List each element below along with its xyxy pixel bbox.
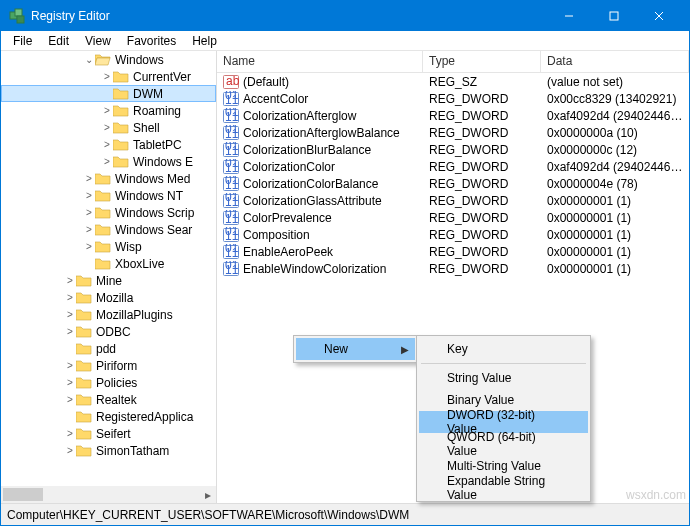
context-menu-item[interactable]: Key [419, 338, 588, 360]
tree-expander-icon[interactable]: > [64, 394, 76, 405]
tree-expander-icon[interactable]: > [83, 190, 95, 201]
tree-expander-icon[interactable]: > [83, 224, 95, 235]
tree-node[interactable]: >Windows E [1, 153, 216, 170]
tree-node[interactable]: >MozillaPlugins [1, 306, 216, 323]
value-name: ColorizationColorBalance [243, 177, 378, 191]
value-row[interactable]: ColorizationAfterglowBalanceREG_DWORD0x0… [217, 124, 689, 141]
tree-node[interactable]: >Shell [1, 119, 216, 136]
tree-expander-icon[interactable]: > [64, 360, 76, 371]
tree-expander-icon[interactable]: > [64, 275, 76, 286]
tree-expander-icon[interactable]: > [64, 326, 76, 337]
close-button[interactable] [636, 1, 681, 31]
scrollbar-thumb[interactable] [3, 488, 43, 501]
tree-node[interactable]: >Piriform [1, 357, 216, 374]
tree-expander-icon[interactable]: > [101, 105, 113, 116]
value-data: 0x0000000a (10) [541, 126, 689, 140]
value-name: EnableWindowColorization [243, 262, 386, 276]
tree-node[interactable]: >TabletPC [1, 136, 216, 153]
value-name: Composition [243, 228, 310, 242]
context-menu-item[interactable]: String Value [419, 367, 588, 389]
column-header-type[interactable]: Type [423, 51, 541, 72]
tree-expander-icon[interactable]: ⌄ [83, 54, 95, 65]
value-row[interactable]: ColorizationColorBalanceREG_DWORD0x00000… [217, 175, 689, 192]
tree-node[interactable]: >pdd [1, 340, 216, 357]
tree-expander-icon[interactable]: > [64, 377, 76, 388]
value-row[interactable]: CompositionREG_DWORD0x00000001 (1) [217, 226, 689, 243]
maximize-button[interactable] [591, 1, 636, 31]
registry-editor-window: Registry Editor File Edit View Favorites… [0, 0, 690, 526]
value-row[interactable]: (Default)REG_SZ(value not set) [217, 73, 689, 90]
value-name: ColorizationAfterglow [243, 109, 356, 123]
tree-expander-icon[interactable]: > [101, 71, 113, 82]
folder-icon [76, 325, 92, 338]
value-row[interactable]: AccentColorREG_DWORD0x00cc8329 (13402921… [217, 90, 689, 107]
tree-node[interactable]: >RegisteredApplica [1, 408, 216, 425]
value-row[interactable]: ColorizationAfterglowREG_DWORD0xaf4092d4… [217, 107, 689, 124]
tree-node[interactable]: >DWM [1, 85, 216, 102]
value-name: ColorizationBlurBalance [243, 143, 371, 157]
tree-node-label: Windows NT [115, 189, 183, 203]
tree-node[interactable]: >Windows Scrip [1, 204, 216, 221]
value-data: 0x0000004e (78) [541, 177, 689, 191]
tree-expander-icon[interactable]: > [83, 241, 95, 252]
column-header-data[interactable]: Data [541, 51, 689, 72]
menu-edit[interactable]: Edit [40, 32, 77, 50]
tree-node[interactable]: >SimonTatham [1, 442, 216, 459]
context-menu-item-new[interactable]: New ▶ [296, 338, 415, 360]
tree-node[interactable]: >CurrentVer [1, 68, 216, 85]
folder-icon [76, 342, 92, 355]
value-row[interactable]: EnableWindowColorizationREG_DWORD0x00000… [217, 260, 689, 277]
minimize-button[interactable] [546, 1, 591, 31]
tree-node-label: Windows Scrip [115, 206, 194, 220]
value-row[interactable]: ColorizationGlassAttributeREG_DWORD0x000… [217, 192, 689, 209]
tree-expander-icon[interactable]: > [101, 122, 113, 133]
tree-node[interactable]: >ODBC [1, 323, 216, 340]
value-data: 0x0000000c (12) [541, 143, 689, 157]
tree-node[interactable]: >Policies [1, 374, 216, 391]
context-menu: New ▶ [293, 335, 418, 363]
folder-icon [113, 104, 129, 117]
column-header-name[interactable]: Name [217, 51, 423, 72]
tree-node-windows[interactable]: ⌄Windows [1, 51, 216, 68]
binary-value-icon [223, 142, 239, 158]
binary-value-icon [223, 244, 239, 260]
menu-favorites[interactable]: Favorites [119, 32, 184, 50]
tree-scroll-area[interactable]: ⌄Windows>CurrentVer>DWM>Roaming>Shell>Ta… [1, 51, 216, 486]
tree-expander-icon[interactable]: > [64, 292, 76, 303]
scroll-right-arrow-icon[interactable]: ▸ [199, 486, 216, 503]
tree-node[interactable]: >Windows NT [1, 187, 216, 204]
menu-view[interactable]: View [77, 32, 119, 50]
value-row[interactable]: ColorizationBlurBalanceREG_DWORD0x000000… [217, 141, 689, 158]
tree-node-label: Seifert [96, 427, 131, 441]
tree-node[interactable]: >Seifert [1, 425, 216, 442]
binary-value-icon [223, 91, 239, 107]
value-row[interactable]: EnableAeroPeekREG_DWORD0x00000001 (1) [217, 243, 689, 260]
tree-expander-icon[interactable]: > [64, 445, 76, 456]
binary-value-icon [223, 125, 239, 141]
context-menu-item[interactable]: Expandable String Value [419, 477, 588, 499]
menu-file[interactable]: File [5, 32, 40, 50]
menu-help[interactable]: Help [184, 32, 225, 50]
tree-horizontal-scrollbar[interactable]: ◂ ▸ [1, 486, 216, 503]
tree-node[interactable]: >Windows Med [1, 170, 216, 187]
titlebar[interactable]: Registry Editor [1, 1, 689, 31]
tree-node[interactable]: >Roaming [1, 102, 216, 119]
tree-node[interactable]: >Realtek [1, 391, 216, 408]
tree-expander-icon[interactable]: > [83, 207, 95, 218]
tree-node-label: MozillaPlugins [96, 308, 173, 322]
tree-node[interactable]: >Mozilla [1, 289, 216, 306]
tree-node[interactable]: >Wisp [1, 238, 216, 255]
tree-node[interactable]: >XboxLive [1, 255, 216, 272]
context-menu-item[interactable]: QWORD (64-bit) Value [419, 433, 588, 455]
value-row[interactable]: ColorPrevalenceREG_DWORD0x00000001 (1) [217, 209, 689, 226]
tree-expander-icon[interactable]: > [64, 309, 76, 320]
tree-node[interactable]: >Windows Sear [1, 221, 216, 238]
tree-expander-icon[interactable]: > [83, 173, 95, 184]
tree-expander-icon[interactable]: > [101, 139, 113, 150]
tree-node[interactable]: >Mine [1, 272, 216, 289]
value-row[interactable]: ColorizationColorREG_DWORD0xaf4092d4 (29… [217, 158, 689, 175]
tree-expander-icon[interactable]: > [64, 428, 76, 439]
value-data: 0x00000001 (1) [541, 228, 689, 242]
tree-expander-icon[interactable]: > [101, 156, 113, 167]
value-type: REG_DWORD [423, 262, 541, 276]
